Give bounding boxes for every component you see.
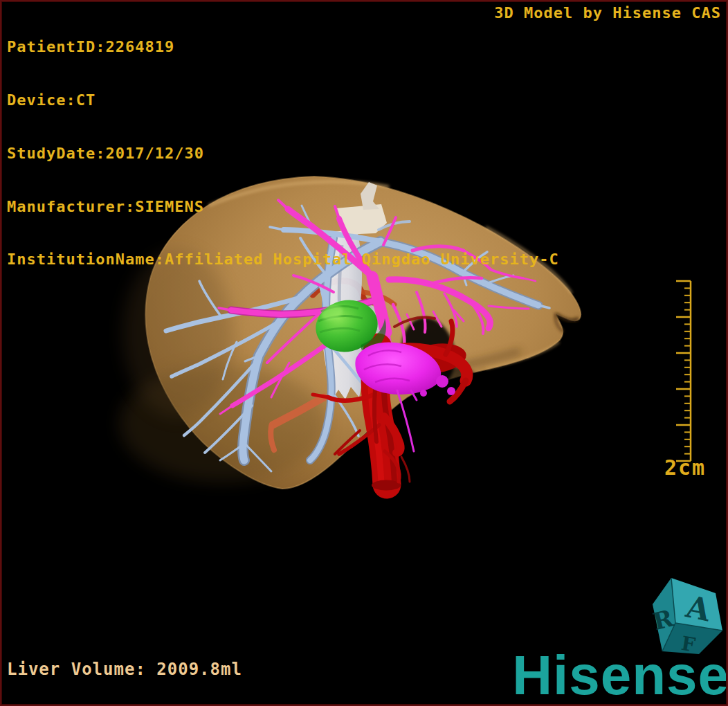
watermark-label: 3D Model by Hisense CAS xyxy=(494,4,721,21)
institution-line: InstitutionName:Affiliated Hospital Qing… xyxy=(7,251,559,269)
patient-info-block: PatientID:2264819 Device:CT StudyDate:20… xyxy=(7,3,559,304)
device-line: Device:CT xyxy=(7,91,559,109)
scale-ruler-label: 2cm xyxy=(664,455,706,480)
liver-volume-label: Liver Volume: 2009.8ml xyxy=(7,660,242,679)
patient-id-line: PatientID:2264819 xyxy=(7,38,559,56)
study-date-line: StudyDate:2017/12/30 xyxy=(7,145,559,163)
3d-viewport[interactable]: PatientID:2264819 Device:CT StudyDate:20… xyxy=(0,0,728,706)
hisense-brand-logo: Hisense xyxy=(512,648,728,703)
manufacturer-line: Manufacturer:SIEMENS xyxy=(7,198,559,216)
scale-ruler xyxy=(672,275,695,467)
